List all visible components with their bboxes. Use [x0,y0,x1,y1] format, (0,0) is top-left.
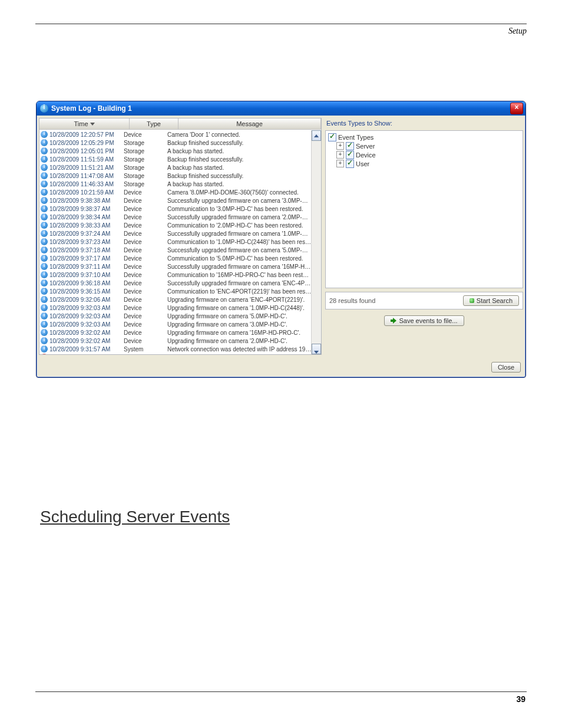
cell-type: Device [124,280,167,286]
table-row[interactable]: 10/28/2009 9:37:23 AMDeviceCommunication… [39,238,312,246]
window-title: System Log - Building 1 [51,104,510,113]
section-heading: Scheduling Server Events [35,508,527,526]
table-row[interactable]: 10/28/2009 11:51:21 AMStorageA backup ha… [39,163,312,172]
start-search-button[interactable]: Start Search [463,295,519,306]
checkbox[interactable] [346,151,354,159]
cell-type: Device [124,330,167,336]
table-row[interactable]: 10/28/2009 9:38:38 AMDeviceSuccessfully … [39,196,312,205]
tree-item[interactable]: +Device [328,150,520,159]
table-body: 10/28/2009 12:20:57 PMDeviceCamera 'Door… [39,130,312,354]
cell-message: Upgrading firmware on camera 'ENC-4PORT(… [167,297,312,303]
cell-time: 10/28/2009 9:32:03 AM [49,321,124,328]
table-row[interactable]: 10/28/2009 11:47:08 AMStorageBackup fini… [39,172,312,180]
info-icon [41,131,48,138]
cell-type: Storage [124,156,167,163]
table-row[interactable]: 10/28/2009 11:46:33 AMStorageA backup ha… [39,180,312,188]
cell-type: Storage [124,148,167,154]
cell-time: 10/28/2009 9:37:17 AM [49,255,124,262]
cell-time: 10/28/2009 9:32:06 AM [49,297,124,303]
cell-type: Device [124,288,167,295]
table-row[interactable]: 10/28/2009 9:31:57 AMSystemThe LPR plugi… [39,353,312,354]
close-icon[interactable]: × [510,103,523,114]
cell-type: System [124,346,167,353]
table-row[interactable]: 10/28/2009 9:32:02 AMDeviceUpgrading fir… [39,337,312,345]
cell-message: Camera '8.0MP-HD-DOME-360(7560)' connect… [167,189,312,196]
cell-time: 10/28/2009 9:32:02 AM [49,330,124,336]
table-row[interactable]: 10/28/2009 9:31:57 AMSystemNetwork conne… [39,345,312,353]
cell-type: Storage [124,140,167,146]
table-row[interactable]: 10/28/2009 9:36:15 AMDeviceCommunication… [39,287,312,295]
tree-item[interactable]: +User [328,159,520,168]
titlebar[interactable]: System Log - Building 1 × [37,101,525,116]
scroll-track[interactable] [312,141,320,344]
table-row[interactable]: 10/28/2009 9:38:34 AMDeviceSuccessfully … [39,213,312,221]
table-row[interactable]: 10/28/2009 12:05:01 PMStorageA backup ha… [39,147,312,155]
expand-icon[interactable]: + [336,160,344,167]
tree-item[interactable]: +Server [328,141,520,150]
expand-icon[interactable]: + [336,142,344,150]
info-icon [41,263,48,270]
table-row[interactable]: 10/28/2009 9:38:37 AMDeviceCommunication… [39,205,312,213]
table-row[interactable]: 10/28/2009 9:37:11 AMDeviceSuccessfully … [39,262,312,271]
cell-time: 10/28/2009 10:21:59 AM [49,189,124,196]
vertical-scrollbar[interactable] [311,130,321,354]
column-header-type[interactable]: Type [130,118,178,129]
checkbox-event-types[interactable] [328,133,336,141]
cell-message: A backup has started. [167,164,312,171]
error-icon [41,354,48,354]
table-row[interactable]: 10/28/2009 9:32:03 AMDeviceUpgrading fir… [39,304,312,312]
cell-type: Device [124,255,167,262]
tree-item-label: User [356,160,369,167]
cell-type: Device [124,247,167,253]
table-row[interactable]: 10/28/2009 12:05:29 PMStorageBackup fini… [39,139,312,147]
cell-time: 10/28/2009 9:38:38 AM [49,197,124,204]
expand-icon[interactable]: + [336,151,344,159]
table-row[interactable]: 10/28/2009 11:51:59 AMStorageBackup fini… [39,155,312,163]
checkbox[interactable] [346,142,354,150]
cell-time: 10/28/2009 11:47:08 AM [49,173,124,179]
info-icon [41,197,48,204]
close-button[interactable]: Close [491,362,521,373]
table-row[interactable]: 10/28/2009 9:37:18 AMDeviceSuccessfully … [39,246,312,254]
cell-message: Camera 'Door 1' connected. [167,131,312,138]
cell-time: 10/28/2009 9:37:11 AM [49,263,124,270]
cell-type: Device [124,197,167,204]
sort-desc-icon [90,123,95,126]
scroll-up-icon[interactable] [312,130,321,141]
cell-message: Network connection was detected with IP … [167,346,312,353]
save-events-button[interactable]: Save events to file... [384,315,464,326]
table-row[interactable]: 10/28/2009 9:38:33 AMDeviceCommunication… [39,221,312,229]
table-row[interactable]: 10/28/2009 9:32:03 AMDeviceUpgrading fir… [39,312,312,320]
cell-message: Backup finished successfully. [167,156,312,163]
cell-time: 10/28/2009 9:38:33 AM [49,222,124,229]
scroll-down-icon[interactable] [312,344,321,354]
table-row[interactable]: 10/28/2009 9:32:02 AMDeviceUpgrading fir… [39,328,312,337]
cell-time: 10/28/2009 12:20:57 PM [49,131,124,138]
info-icon [41,345,48,353]
tree-root-item[interactable]: Event Types [328,133,520,141]
cell-message: Backup finished successfully. [167,173,312,179]
cell-message: Communication to 'ENC-4PORT(2219)' has b… [167,288,312,295]
table-row[interactable]: 10/28/2009 9:37:24 AMDeviceSuccessfully … [39,229,312,238]
cell-time: 10/28/2009 9:38:37 AM [49,206,124,212]
checkbox[interactable] [346,160,354,168]
table-row[interactable]: 10/28/2009 9:36:18 AMDeviceSuccessfully … [39,279,312,287]
cell-time: 10/28/2009 9:31:57 AM [49,354,124,355]
cell-type: Device [124,230,167,237]
cell-type: Device [124,189,167,196]
table-row[interactable]: 10/28/2009 9:32:06 AMDeviceUpgrading fir… [39,295,312,304]
table-header: Time Type Message [39,118,321,130]
cell-type: Device [124,131,167,138]
table-row[interactable]: 10/28/2009 12:20:57 PMDeviceCamera 'Door… [39,130,312,139]
column-header-time[interactable]: Time [39,118,130,129]
table-row[interactable]: 10/28/2009 10:21:59 AMDeviceCamera '8.0M… [39,188,312,196]
table-row[interactable]: 10/28/2009 9:32:03 AMDeviceUpgrading fir… [39,320,312,328]
table-row[interactable]: 10/28/2009 9:37:10 AMDeviceCommunication… [39,271,312,279]
info-icon [41,279,48,286]
cell-time: 10/28/2009 9:38:34 AM [49,214,124,220]
column-header-message[interactable]: Message [178,118,321,129]
cell-type: Storage [124,181,167,187]
info-icon [41,337,48,344]
cell-message: Communication to '1.0MP-HD-C(2448)' has … [167,239,312,245]
table-row[interactable]: 10/28/2009 9:37:17 AMDeviceCommunication… [39,254,312,262]
